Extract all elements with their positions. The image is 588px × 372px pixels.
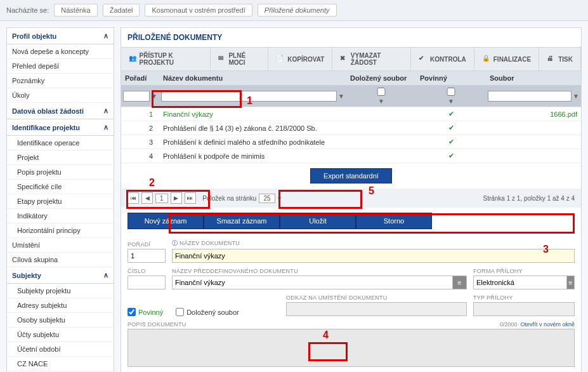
input-forma[interactable] (473, 276, 567, 289)
sidebar-item[interactable]: Etapy projektu (7, 194, 114, 209)
chevron-up-icon: ∧ (103, 123, 108, 131)
sidebar-group[interactable]: Identifikace projektu∧ (7, 119, 114, 136)
toolbar-poa[interactable]: ✉PLNÉ MOCI (211, 48, 268, 70)
pager-prev[interactable]: ◀ (141, 192, 153, 204)
pager-next[interactable]: ▶ (171, 192, 182, 204)
chk-povinny: Povinný (127, 308, 163, 316)
sidebar-item[interactable]: Přehled depeší (7, 59, 114, 74)
chk-dolozeny: Doložený soubor (176, 308, 239, 316)
breadcrumb-item[interactable]: Kosmonaut v ostrém prostředí (145, 4, 252, 17)
toolbar: 👥PŘÍSTUP K PROJEKTU ✉PLNÉ MOCI 📄KOPÍROVA… (121, 48, 581, 71)
funnel-icon[interactable]: ▼ (573, 93, 579, 100)
filter-attached[interactable] (348, 88, 414, 96)
mail-icon: ✉ (218, 55, 226, 63)
sidebar-group[interactable]: Subjekty∧ (7, 267, 114, 284)
input-typ[interactable] (473, 302, 575, 316)
sidebar-item[interactable]: Projekt (7, 150, 114, 165)
pager-size[interactable]: 25 (259, 194, 275, 203)
funnel-icon[interactable]: ▼ (448, 98, 454, 105)
col-file[interactable]: Soubor (486, 71, 581, 86)
chevron-up-icon: ∧ (103, 32, 108, 40)
toolbar-finalize[interactable]: 🔒FINALIZACE (474, 48, 539, 70)
table-row[interactable]: 2Prohlášení dle § 14 (3) e) zákona č. 21… (121, 121, 581, 135)
input-preddef[interactable] (172, 276, 453, 289)
sidebar-item[interactable]: Subjekty projektu (7, 284, 114, 298)
sidebar-group[interactable]: Datová oblast žádosti∧ (7, 103, 114, 119)
sidebar-item[interactable]: Umístění (7, 238, 114, 253)
sidebar-item[interactable]: Nová depeše a koncepty (7, 44, 114, 59)
pager-last[interactable]: ⏭ (185, 192, 196, 204)
table-row[interactable]: 3Prohlášení k definici malého a středníh… (121, 135, 581, 149)
form: POŘADÍ NÁZEV DOKUMENTU ČÍSLO NÁZEV PŘEDD… (121, 234, 581, 372)
sidebar-item[interactable]: Horizontální principy (7, 223, 114, 238)
pager-page: 1 (155, 194, 168, 203)
export-button[interactable]: Export standardní (310, 168, 392, 183)
input-nazev[interactable] (172, 249, 575, 263)
chevron-up-icon: ∧ (103, 271, 108, 279)
funnel-icon[interactable]: ▼ (151, 93, 157, 100)
save-button[interactable]: Uložit (280, 213, 356, 229)
table-row[interactable]: 1Finanční výkazy✔1666.pdf (121, 107, 581, 121)
breadcrumb: Nacházíte se: Nástěnka Žadatel Kosmonaut… (0, 0, 588, 21)
sidebar-item[interactable]: CZ NACE (7, 357, 114, 371)
input-cislo[interactable] (127, 276, 166, 289)
check-icon: ✔ (419, 55, 428, 63)
picker-forma[interactable]: ≡ (567, 276, 575, 289)
input-poradi[interactable] (127, 249, 166, 263)
popis-count: 0/2000 (500, 321, 518, 328)
label-typ: TYP PŘÍLOHY (473, 295, 575, 301)
sidebar-item[interactable]: Osoby subjektu (7, 313, 114, 328)
cancel-button[interactable]: Storno (356, 213, 432, 229)
sidebar-item[interactable]: Adresy subjektu (7, 298, 114, 313)
new-button[interactable]: Nový záznam (127, 213, 204, 229)
toolbar-access[interactable]: 👥PŘÍSTUP K PROJEKTU (121, 48, 211, 70)
chevron-up-icon: ∧ (103, 107, 108, 115)
panel-title: PŘILOŽENÉ DOKUMENTY (121, 28, 581, 48)
delete-button[interactable]: Smazat záznam (204, 213, 280, 229)
label-cislo: ČÍSLO (127, 268, 166, 274)
pager-first[interactable]: ⏮ (127, 192, 139, 204)
pager-info: Stránka 1 z 1, položky 1 až 4 z 4 (483, 195, 575, 202)
label-forma: FORMA PŘÍLOHY (473, 268, 575, 274)
picker-preddef[interactable]: ≡ (453, 276, 467, 289)
sidebar-item[interactable]: Specifické cíle (7, 180, 114, 194)
sidebar-item[interactable]: Indikátory (7, 209, 114, 223)
annotation-3: 3 (543, 244, 549, 255)
filter-order[interactable] (123, 91, 150, 102)
input-popis[interactable] (127, 329, 575, 367)
col-attached[interactable]: Doložený soubor (346, 71, 416, 86)
col-name[interactable]: Název dokumentu (159, 71, 346, 86)
breadcrumb-item[interactable]: Nástěnka (54, 4, 97, 17)
sidebar-item[interactable]: Úkoly (7, 88, 114, 103)
sidebar-item[interactable]: Identifikace operace (7, 136, 114, 150)
popis-open[interactable]: Otevřít v novém okně (520, 321, 575, 328)
pager-label: Položek na stránku (202, 195, 256, 202)
sidebar-item[interactable]: Cílová skupina (7, 253, 114, 267)
annotation-5: 5 (369, 185, 374, 197)
toolbar-check[interactable]: ✔KONTROLA (411, 48, 474, 70)
sidebar-item[interactable]: Účty subjektu (7, 328, 114, 342)
funnel-icon[interactable]: ▼ (338, 93, 344, 100)
table-row[interactable]: 4Prohlášení k podpoře de minimis✔ (121, 149, 581, 163)
sidebar-item[interactable]: Účetní období (7, 342, 114, 357)
sidebar-item[interactable]: Poznámky (7, 74, 114, 88)
breadcrumb-item[interactable]: Přiložené dokumenty (258, 4, 337, 17)
breadcrumb-label: Nacházíte se: (6, 6, 49, 14)
toolbar-copy[interactable]: 📄KOPÍROVAT (268, 48, 332, 70)
people-icon: 👥 (129, 55, 137, 63)
toolbar-print[interactable]: 🖨TISK (539, 48, 581, 70)
breadcrumb-item[interactable]: Žadatel (103, 4, 140, 17)
sidebar: Profil objektu∧ Nová depeše a koncepty P… (6, 27, 114, 372)
col-order[interactable]: Pořadí (121, 71, 159, 86)
annotation-4: 4 (323, 329, 329, 341)
filter-file[interactable] (488, 91, 572, 102)
input-odkaz[interactable] (286, 302, 467, 316)
funnel-icon[interactable]: ▼ (378, 98, 384, 105)
filter-required[interactable] (418, 88, 484, 96)
print-icon: 🖨 (547, 55, 556, 63)
main-panel: PŘILOŽENÉ DOKUMENTY 👥PŘÍSTUP K PROJEKTU … (121, 27, 582, 372)
sidebar-item[interactable]: Popis projektu (7, 165, 114, 180)
col-required[interactable]: Povinný (416, 71, 486, 86)
sidebar-group[interactable]: Profil objektu∧ (7, 28, 114, 44)
toolbar-delete[interactable]: ✖VYMAZAT ŽÁDOST (332, 48, 411, 70)
